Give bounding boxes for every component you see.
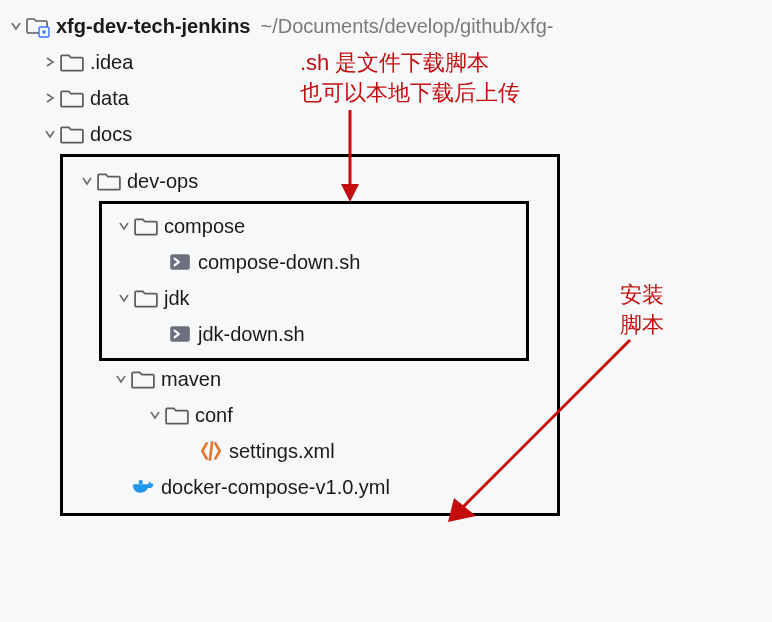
tree-row-root[interactable]: xfg-dev-tech-jenkins ~/Documents/develop… [0,8,772,44]
folder-label: maven [161,368,221,391]
chevron-down-icon[interactable] [40,124,60,144]
tree-row-jdk-down[interactable]: jdk-down.sh [102,316,526,352]
tree-row-maven[interactable]: maven [63,361,557,397]
project-name: xfg-dev-tech-jenkins [56,15,250,38]
shell-script-icon [168,250,192,274]
project-path: ~/Documents/develop/github/xfg- [260,15,553,38]
folder-icon [165,403,189,427]
folder-icon [60,122,84,146]
module-folder-icon [26,14,50,38]
file-tree: xfg-dev-tech-jenkins ~/Documents/develop… [0,0,772,516]
folder-label: .idea [90,51,133,74]
tree-row-data[interactable]: data [0,80,772,116]
chevron-down-icon[interactable] [114,288,134,308]
folder-label: data [90,87,129,110]
folder-label: dev-ops [127,170,198,193]
folder-label: jdk [164,287,190,310]
folder-label: conf [195,404,233,427]
tree-row-compose[interactable]: compose [102,208,526,244]
file-label: compose-down.sh [198,251,360,274]
folder-icon [134,286,158,310]
chevron-down-icon[interactable] [114,216,134,236]
file-label: docker-compose-v1.0.yml [161,476,390,499]
shell-script-icon [168,322,192,346]
chevron-right-icon[interactable] [40,88,60,108]
folder-label: docs [90,123,132,146]
file-label: settings.xml [229,440,335,463]
tree-row-docs[interactable]: docs [0,116,772,152]
tree-row-settings[interactable]: settings.xml [63,433,557,469]
chevron-down-icon[interactable] [6,16,26,36]
folder-icon [134,214,158,238]
folder-label: compose [164,215,245,238]
chevron-down-icon[interactable] [145,405,165,425]
folder-icon [60,86,84,110]
chevron-down-icon[interactable] [111,369,131,389]
tree-row-docker-compose[interactable]: docker-compose-v1.0.yml [63,469,557,505]
tree-row-jdk[interactable]: jdk [102,280,526,316]
xml-file-icon [199,439,223,463]
tree-row-conf[interactable]: conf [63,397,557,433]
docker-file-icon [131,475,155,499]
tree-row-compose-down[interactable]: compose-down.sh [102,244,526,280]
folder-icon [60,50,84,74]
tree-row-devops[interactable]: dev-ops [63,163,557,199]
tree-row-idea[interactable]: .idea [0,44,772,80]
highlight-box-devops: dev-ops compose compose-down.sh jdk [60,154,560,516]
chevron-down-icon[interactable] [77,171,97,191]
folder-icon [97,169,121,193]
file-label: jdk-down.sh [198,323,305,346]
folder-icon [131,367,155,391]
chevron-right-icon[interactable] [40,52,60,72]
highlight-box-scripts: compose compose-down.sh jdk jdk-down.sh [99,201,529,361]
